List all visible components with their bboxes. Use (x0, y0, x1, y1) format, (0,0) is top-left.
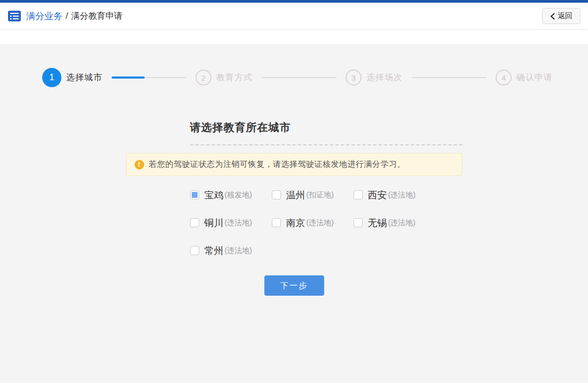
city-option-wuxi[interactable]: 无锡 (违法地) (354, 217, 435, 228)
back-button-label: 返回 (558, 11, 573, 21)
breadcrumb-page-title: 满分教育申请 (71, 11, 122, 22)
header: 满分业务 / 满分教育申请 返回 (0, 3, 588, 30)
notice-banner: ! 若您的驾驶证状态为注销可恢复，请选择驾驶证核发地进行满分学习。 (126, 153, 462, 176)
checkbox[interactable] (354, 218, 363, 227)
city-name: 西安 (368, 189, 387, 202)
step-connector (412, 77, 487, 78)
step-label: 选择场次 (366, 72, 403, 83)
next-step-button[interactable]: 下一步 (264, 275, 324, 296)
city-name: 南京 (286, 217, 305, 229)
city-tag: (违法地) (307, 218, 334, 228)
city-name: 宝鸡 (205, 189, 224, 202)
step-connector (262, 77, 336, 78)
bottom-spacer (0, 383, 588, 384)
city-name: 无锡 (368, 217, 387, 229)
step-select-city: 1 选择城市 (42, 68, 103, 87)
city-name: 常州 (205, 244, 224, 257)
exclamation-circle-icon: ! (135, 160, 144, 170)
step-label: 教育方式 (216, 72, 253, 83)
breadcrumb-section[interactable]: 满分业务 (26, 10, 62, 22)
step-number-badge: 2 (195, 70, 211, 86)
city-tag: (违法地) (225, 246, 252, 256)
step-connector (112, 77, 186, 78)
menu-card-icon (7, 10, 21, 22)
checkbox[interactable] (272, 190, 281, 199)
back-button[interactable]: 返回 (542, 8, 581, 24)
form-panel: 请选择教育所在城市 ! 若您的驾驶证状态为注销可恢复，请选择驾驶证核发地进行满分… (126, 120, 462, 296)
city-tag: (核发地) (225, 190, 252, 200)
step-label: 确认申请 (516, 72, 553, 83)
notice-text: 若您的驾驶证状态为注销可恢复，请选择驾驶证核发地进行满分学习。 (149, 159, 406, 170)
checkbox[interactable] (190, 218, 199, 227)
main-content: 1 选择城市 2 教育方式 3 选择场次 4 确认申请 请选择教育所在城市 ! … (0, 44, 588, 383)
city-checkbox-grid: 宝鸡 (核发地) 温州 (扣证地) 西安 (违法地) 铜川 (违法地) 南京 (190, 189, 462, 256)
breadcrumb: 满分业务 / 满分教育申请 (7, 10, 122, 22)
city-tag: (扣证地) (307, 190, 334, 200)
step-number-badge: 1 (42, 68, 61, 87)
city-option-nanjing[interactable]: 南京 (违法地) (272, 217, 354, 228)
header-spacer (0, 30, 588, 44)
section-title-block: 请选择教育所在城市 (190, 120, 462, 145)
step-label: 选择城市 (66, 72, 103, 83)
step-education-method: 2 教育方式 (195, 70, 253, 86)
checkbox[interactable] (190, 246, 199, 255)
city-name: 铜川 (205, 217, 224, 229)
chevron-left-icon (550, 13, 555, 20)
wizard-stepper: 1 选择城市 2 教育方式 3 选择场次 4 确认申请 (0, 44, 588, 87)
step-confirm-application: 4 确认申请 (496, 70, 553, 86)
city-option-xian[interactable]: 西安 (违法地) (354, 189, 435, 201)
step-select-session: 3 选择场次 (346, 70, 403, 86)
page-title: 请选择教育所在城市 (190, 120, 462, 135)
checkbox[interactable] (272, 218, 281, 227)
city-tag: (违法地) (388, 218, 415, 228)
step-number-badge: 3 (346, 70, 362, 86)
breadcrumb-separator: / (66, 11, 68, 21)
city-option-wenzhou[interactable]: 温州 (扣证地) (272, 189, 354, 201)
city-tag: (违法地) (225, 218, 252, 228)
city-tag: (违法地) (388, 190, 415, 200)
city-option-tongchuan[interactable]: 铜川 (违法地) (190, 217, 272, 228)
step-number-badge: 4 (496, 70, 512, 86)
city-option-changzhou[interactable]: 常州 (违法地) (190, 245, 272, 256)
city-option-baoji[interactable]: 宝鸡 (核发地) (190, 189, 272, 201)
checkbox[interactable] (354, 190, 363, 199)
checkbox[interactable] (190, 190, 199, 199)
checkbox-checked-mark (192, 192, 198, 198)
city-name: 温州 (286, 189, 305, 202)
